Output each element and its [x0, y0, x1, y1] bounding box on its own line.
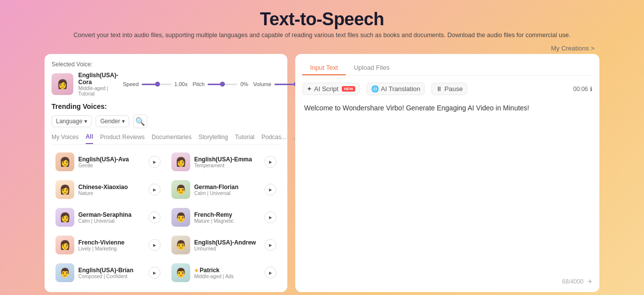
voice-name-remy: French-Remy — [194, 211, 261, 218]
search-icon: 🔍 — [135, 117, 145, 126]
voice-name-florian: German-Florian — [194, 184, 261, 191]
pause-button[interactable]: ⏸ Pause — [431, 83, 467, 95]
play-seraphina-button[interactable]: ▶ — [149, 211, 161, 223]
voice-tag-xiaoxiao: Nature — [78, 191, 145, 196]
tab-input-text[interactable]: Input Text — [302, 61, 346, 75]
voice-name-emma: English(USA)-Emma — [194, 156, 261, 163]
volume-label: Volume — [253, 81, 271, 87]
pitch-slider[interactable] — [208, 84, 237, 85]
speed-value: 1.00x — [174, 81, 188, 87]
voice-avatar-remy: 👨 — [171, 208, 190, 227]
time-display: 00:06 ℹ — [573, 86, 592, 93]
tab-tutorial[interactable]: Tutorial — [235, 134, 255, 144]
pitch-label: Pitch — [193, 81, 205, 87]
trending-title: Trending Voices: — [52, 102, 280, 110]
time-value: 00:06 — [573, 86, 588, 93]
tab-documentaries[interactable]: Documentaries — [152, 134, 192, 144]
voice-item-remy[interactable]: 👨 French-Remy Mature | Magnetic ▶ — [167, 205, 280, 230]
char-count: 68/4000 — [562, 278, 584, 285]
voice-category-tabs: My Voices All Product Reviews Documentar… — [52, 133, 280, 145]
ai-script-label: AI Script — [314, 85, 338, 93]
play-florian-button[interactable]: ▶ — [265, 184, 276, 196]
voice-avatar-florian: 👨 — [171, 180, 190, 199]
ai-script-icon: ✦ — [307, 85, 312, 93]
right-tab-bar: Input Text Upload Files — [302, 61, 592, 76]
pause-label: Pause — [444, 85, 463, 93]
selected-voice-avatar[interactable]: 👩 — [52, 73, 73, 95]
action-row: ✦ AI Script NEW 🌐 AI Translation ⏸ Pause… — [302, 83, 592, 95]
play-emma-button[interactable]: ▶ — [265, 156, 276, 168]
search-voices-button[interactable]: 🔍 — [133, 114, 147, 128]
gender-filter[interactable]: Gender ▾ — [96, 115, 129, 127]
voice-tag-vivienne: Lively | Marketing — [78, 246, 145, 251]
voice-item-patrick[interactable]: 👨 ★Patrick Middle-aged | Ads ▶ — [167, 260, 280, 285]
voice-avatar-brian: 👨 — [55, 263, 74, 282]
speed-slider[interactable] — [142, 84, 171, 85]
voice-tag-seraphina: Calm | Universal — [78, 218, 145, 224]
voice-item-andrew[interactable]: 👨 English(USA)-Andrew Unhurried ▶ — [167, 233, 280, 257]
language-filter[interactable]: Language ▾ — [52, 115, 92, 127]
voice-tag-patrick: Middle-aged | Ads — [194, 274, 261, 279]
ai-script-new-badge: NEW — [342, 86, 355, 92]
voice-avatar-emma: 👩 — [171, 152, 190, 171]
voice-avatar-xiaoxiao: 👩 — [55, 180, 74, 199]
my-creations-link[interactable]: My Creations > — [551, 45, 594, 52]
ai-translation-button[interactable]: 🌐 AI Translation — [367, 83, 425, 95]
voice-avatar-seraphina: 👩 — [55, 208, 74, 227]
play-brian-button[interactable]: ▶ — [149, 267, 161, 279]
voice-name-vivienne: French-Vivienne — [78, 239, 145, 246]
tab-upload-files[interactable]: Upload Files — [346, 61, 397, 75]
voice-item-seraphina[interactable]: 👩 German-Seraphina Calm | Universal ▶ — [52, 205, 164, 230]
tab-product-reviews[interactable]: Product Reviews — [100, 134, 145, 144]
play-andrew-button[interactable]: ▶ — [265, 239, 276, 251]
voice-name-patrick: ★Patrick — [194, 267, 261, 274]
voice-avatar-patrick: 👨 — [171, 263, 190, 282]
tab-storytelling[interactable]: Storytelling — [199, 134, 228, 144]
tab-my-voices[interactable]: My Voices — [52, 134, 79, 144]
voice-item-emma[interactable]: 👩 English(USA)-Emma Temperament ▶ — [167, 149, 280, 174]
text-content-area[interactable]: Welcome to Wondershare Virbo! Generate E… — [302, 101, 592, 274]
voice-tag-emma: Temperament — [194, 163, 261, 168]
play-ava-button[interactable]: ▶ — [149, 156, 161, 168]
voice-name-seraphina: German-Seraphina — [78, 211, 145, 218]
voice-item-florian[interactable]: 👨 German-Florian Calm | Universal ▶ — [167, 177, 280, 202]
voice-name-ava: English(USA)-Ava — [78, 156, 145, 163]
ai-translation-icon: 🌐 — [371, 85, 379, 93]
voice-tag-ava: Gentle — [78, 163, 145, 168]
pause-icon: ⏸ — [436, 85, 442, 93]
bottom-bar: Create Avatar Video Generate Audio — [0, 292, 644, 295]
voice-name-andrew: English(USA)-Andrew — [194, 239, 261, 246]
voice-item-brian[interactable]: 👨 English(USA)-Brian Composed | Confiden… — [52, 260, 164, 285]
pitch-value: 0% — [240, 81, 248, 87]
voice-name-brian: English(USA)-Brian — [78, 267, 145, 274]
right-panel: Input Text Upload Files ✦ AI Script NEW … — [295, 54, 599, 292]
voice-tag-florian: Calm | Universal — [194, 191, 261, 196]
tab-all[interactable]: All — [86, 133, 93, 144]
page-subtitle: Convert your text into audio files, supp… — [0, 32, 644, 39]
voice-name-xiaoxiao: Chinese-Xiaoxiao — [78, 184, 145, 191]
voice-item-xiaoxiao[interactable]: 👩 Chinese-Xiaoxiao Nature ▶ — [52, 177, 164, 202]
left-panel: Selected Voice: 👩 English(USA)-Cora Midd… — [45, 54, 287, 292]
play-patrick-button[interactable]: ▶ — [265, 267, 276, 279]
voice-tag-andrew: Unhurried — [194, 246, 261, 251]
selected-voice-tag: Middle-aged | Tutorial — [78, 86, 118, 97]
char-count-row: 68/4000 ✈ — [302, 278, 592, 285]
voice-avatar-andrew: 👨 — [171, 236, 190, 254]
send-icon: ✈ — [588, 278, 592, 285]
ai-script-button[interactable]: ✦ AI Script NEW — [302, 83, 360, 95]
page-title: Text-to-Speech — [0, 9, 644, 30]
info-icon: ℹ — [590, 86, 592, 93]
voice-tag-brian: Composed | Confident — [78, 274, 145, 279]
play-remy-button[interactable]: ▶ — [265, 211, 276, 223]
voice-tag-remy: Mature | Magnetic — [194, 218, 261, 224]
play-xiaoxiao-button[interactable]: ▶ — [149, 184, 161, 196]
voice-avatar-vivienne: 👩 — [55, 236, 74, 254]
voice-item-ava[interactable]: 👩 English(USA)-Ava Gentle ▶ — [52, 149, 164, 174]
voice-item-vivienne[interactable]: 👩 French-Vivienne Lively | Marketing ▶ — [52, 233, 164, 257]
play-vivienne-button[interactable]: ▶ — [149, 239, 161, 251]
selected-voice-label: Selected Voice: — [52, 61, 280, 68]
voice-list: 👩 English(USA)-Ava Gentle ▶ 👩 English(US… — [52, 149, 280, 285]
selected-voice-name: English(USA)-Cora — [78, 72, 118, 86]
speed-label: Speed — [123, 81, 139, 87]
tab-podcas[interactable]: Podcas... — [262, 134, 286, 144]
